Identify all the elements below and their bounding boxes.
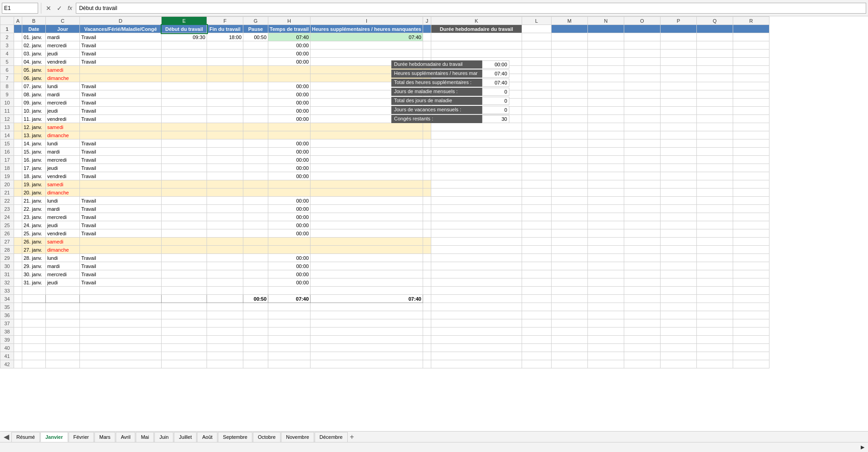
sheet-tab-décembre[interactable]: Décembre bbox=[315, 432, 348, 442]
col-header-e[interactable]: E bbox=[162, 17, 207, 25]
cell: Travail bbox=[80, 82, 162, 90]
cell bbox=[522, 213, 551, 221]
formula-input[interactable] bbox=[76, 3, 866, 14]
cell bbox=[587, 262, 624, 270]
col-header-o[interactable]: O bbox=[624, 17, 660, 25]
cell bbox=[660, 189, 696, 197]
cell bbox=[624, 328, 660, 336]
confirm-btn[interactable]: ✓ bbox=[55, 4, 64, 13]
col-header-j[interactable]: J bbox=[423, 17, 431, 25]
cell: 27. janv. bbox=[22, 246, 46, 254]
cell: 07:40 bbox=[268, 295, 311, 303]
sheet-tab-mai[interactable]: Mai bbox=[136, 432, 154, 442]
row-number: 30 bbox=[0, 262, 14, 270]
cell bbox=[551, 139, 587, 148]
cell bbox=[660, 336, 696, 344]
cell bbox=[22, 328, 46, 336]
cell bbox=[624, 336, 660, 344]
col-header-k[interactable]: K bbox=[431, 17, 522, 25]
sheet-tab-janvier[interactable]: Janvier bbox=[40, 432, 68, 442]
cell bbox=[14, 221, 22, 229]
cell bbox=[587, 311, 624, 319]
header-temps: Temps de travail bbox=[268, 25, 311, 33]
sheet-tab-avril[interactable]: Avril bbox=[116, 432, 135, 442]
cell bbox=[243, 107, 268, 115]
cell bbox=[696, 213, 733, 221]
cell bbox=[587, 319, 624, 328]
formula-bar-container: ✕ ✓ fx bbox=[0, 0, 868, 16]
cell bbox=[733, 311, 769, 319]
cell bbox=[696, 189, 733, 197]
cell bbox=[207, 360, 243, 368]
cell bbox=[587, 344, 624, 352]
fx-label: fx bbox=[66, 5, 74, 11]
tab-scroll-left[interactable]: ◀ bbox=[2, 432, 11, 441]
cell bbox=[624, 319, 660, 328]
cancel-btn[interactable]: ✕ bbox=[44, 4, 53, 13]
cell bbox=[660, 82, 696, 90]
cell bbox=[624, 213, 660, 221]
cell bbox=[587, 164, 624, 172]
cell: Travail bbox=[80, 33, 162, 41]
col-header-d[interactable]: D bbox=[80, 17, 162, 25]
col-header-n[interactable]: N bbox=[587, 17, 624, 25]
sheet-tab-résumé[interactable]: Résumé bbox=[11, 432, 40, 442]
col-header-h[interactable]: H bbox=[268, 17, 311, 25]
col-header-l[interactable]: L bbox=[522, 17, 551, 25]
header-jour: Jour bbox=[46, 25, 80, 33]
cell bbox=[431, 197, 522, 205]
cell bbox=[660, 131, 696, 139]
row-number: 33 bbox=[0, 287, 14, 295]
cell bbox=[80, 131, 162, 139]
sheet-tab-juillet[interactable]: Juillet bbox=[174, 432, 197, 442]
sheet-tab-mars[interactable]: Mars bbox=[94, 432, 115, 442]
sheet-tab-août[interactable]: Août bbox=[197, 432, 217, 442]
col-header-a[interactable]: A bbox=[14, 17, 22, 25]
cell: Travail bbox=[80, 262, 162, 270]
col-header-r[interactable]: R bbox=[733, 17, 769, 25]
cell bbox=[696, 172, 733, 180]
cell bbox=[243, 238, 268, 246]
cell bbox=[696, 278, 733, 287]
cell: mardi bbox=[46, 205, 80, 213]
cell bbox=[733, 189, 769, 197]
col-header-m[interactable]: M bbox=[551, 17, 587, 25]
cell bbox=[423, 41, 431, 50]
cell bbox=[243, 352, 268, 360]
add-sheet-button[interactable]: + bbox=[348, 433, 356, 441]
cell bbox=[243, 336, 268, 344]
cell bbox=[522, 352, 551, 360]
cell: 30. janv. bbox=[22, 270, 46, 278]
sheet-tab-juin[interactable]: Juin bbox=[154, 432, 173, 442]
col-header-f[interactable]: F bbox=[207, 17, 243, 25]
cell bbox=[660, 115, 696, 123]
header-debut[interactable]: Début du travail bbox=[162, 25, 207, 33]
table-row: 1110. janv.jeudiTravail00:00 bbox=[0, 107, 769, 115]
cell bbox=[243, 115, 268, 123]
cell bbox=[14, 41, 22, 50]
row-number: 19 bbox=[0, 172, 14, 180]
scroll-right-btn[interactable]: ▶ bbox=[861, 444, 864, 450]
table-row: 1211. janv.vendrediTravail00:00 bbox=[0, 115, 769, 123]
name-box[interactable] bbox=[2, 3, 38, 14]
col-header-b[interactable]: B bbox=[22, 17, 46, 25]
col-header-g[interactable]: G bbox=[243, 17, 268, 25]
table-row: 2726. janv.samedi bbox=[0, 238, 769, 246]
sheet-tab-septembre[interactable]: Septembre bbox=[218, 432, 252, 442]
cell bbox=[431, 344, 522, 352]
col-header-q[interactable]: Q bbox=[696, 17, 733, 25]
col-header-i[interactable]: I bbox=[311, 17, 423, 25]
cell bbox=[162, 82, 207, 90]
cell bbox=[696, 90, 733, 99]
sheet-tab-novembre[interactable]: Novembre bbox=[281, 432, 314, 442]
sheet-tab-octobre[interactable]: Octobre bbox=[253, 432, 281, 442]
cell bbox=[162, 41, 207, 50]
sheet-tab-février[interactable]: Février bbox=[69, 432, 94, 442]
cell bbox=[80, 319, 162, 328]
cell: dimanche bbox=[46, 246, 80, 254]
cell bbox=[311, 246, 423, 254]
cell bbox=[311, 319, 423, 328]
cell bbox=[587, 278, 624, 287]
col-header-c[interactable]: C bbox=[46, 17, 80, 25]
col-header-p[interactable]: P bbox=[660, 17, 696, 25]
